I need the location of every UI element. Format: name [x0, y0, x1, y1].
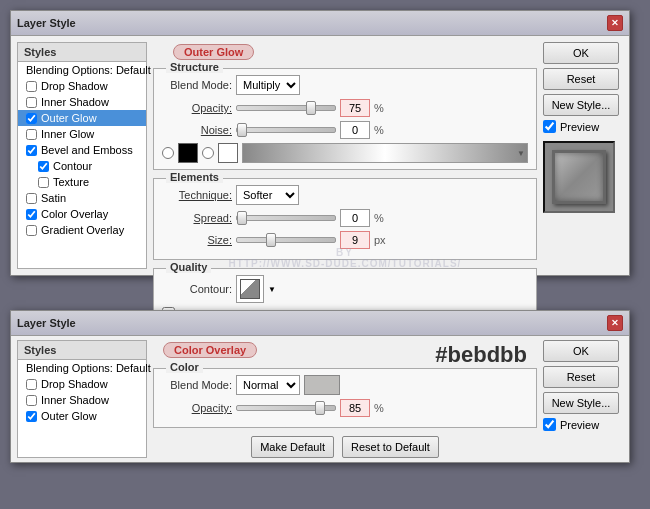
texture-checkbox[interactable]: [38, 177, 49, 188]
second-drop-shadow-checkbox[interactable]: [26, 379, 37, 390]
opacity-value[interactable]: 75: [340, 99, 370, 117]
reset-button[interactable]: Reset: [543, 68, 619, 90]
inner-glow-label: Inner Glow: [41, 128, 94, 140]
second-opacity-thumb[interactable]: [315, 401, 325, 415]
second-new-style-button[interactable]: New Style...: [543, 392, 619, 414]
sidebar-item-bevel-emboss[interactable]: Bevel and Emboss: [18, 142, 146, 158]
reset-to-default-button[interactable]: Reset to Default: [342, 436, 439, 458]
outer-glow-header-area: Outer Glow: [153, 42, 537, 56]
sidebar-item-gradient-overlay[interactable]: Gradient Overlay: [18, 222, 146, 238]
main-content-wrapper: Outer Glow Structure Blend Mode: Multipl…: [153, 42, 537, 269]
outer-glow-section-label: Outer Glow: [173, 44, 254, 60]
inner-glow-checkbox[interactable]: [26, 129, 37, 140]
second-dialog: Layer Style ✕ Styles Blending Options: D…: [10, 310, 630, 463]
contour-row: Contour: ▼: [162, 275, 528, 303]
blend-mode-field-label: Blend Mode:: [162, 79, 232, 91]
main-close-button[interactable]: ✕: [607, 15, 623, 31]
sidebar-item-texture[interactable]: Texture: [18, 174, 146, 190]
size-value[interactable]: 9: [340, 231, 370, 249]
gradient-overlay-checkbox[interactable]: [26, 225, 37, 236]
make-default-button[interactable]: Make Default: [251, 436, 334, 458]
second-right-panel: OK Reset New Style... Preview: [543, 340, 623, 458]
preview-checkbox[interactable]: [543, 120, 556, 133]
color-gradient-swatch[interactable]: ▼: [242, 143, 528, 163]
blend-mode-select[interactable]: Multiply Normal Screen: [236, 75, 300, 95]
blend-mode-row: Blend Mode: Multiply Normal Screen: [162, 75, 528, 95]
sidebar-item-outer-glow[interactable]: Outer Glow: [18, 110, 146, 126]
gradient-overlay-label: Gradient Overlay: [41, 224, 124, 236]
main-dialog-body: Styles Blending Options: Default Drop Sh…: [11, 36, 629, 275]
preview-row: Preview: [543, 120, 623, 133]
color-radio-fill[interactable]: [162, 147, 174, 159]
satin-checkbox[interactable]: [26, 193, 37, 204]
drop-shadow-checkbox[interactable]: [26, 81, 37, 92]
preview-box: [543, 141, 615, 213]
second-sidebar: Styles Blending Options: Default Drop Sh…: [17, 340, 147, 458]
size-slider[interactable]: [236, 237, 336, 243]
quality-label: Quality: [166, 261, 211, 273]
bevel-emboss-label: Bevel and Emboss: [41, 144, 133, 156]
second-drop-shadow-label: Drop Shadow: [41, 378, 108, 390]
bevel-emboss-checkbox[interactable]: [26, 145, 37, 156]
opacity-thumb[interactable]: [306, 101, 316, 115]
ok-button[interactable]: OK: [543, 42, 619, 64]
size-thumb[interactable]: [266, 233, 276, 247]
second-preview-row: Preview: [543, 418, 623, 431]
sidebar-item-drop-shadow[interactable]: Drop Shadow: [18, 78, 146, 94]
noise-field-label: Noise:: [162, 124, 232, 136]
second-sidebar-item-drop-shadow[interactable]: Drop Shadow: [18, 376, 146, 392]
second-content-wrapper: Color Overlay #bebdbb Color Blend Mode: …: [153, 340, 537, 458]
sidebar-item-inner-shadow[interactable]: Inner Shadow: [18, 94, 146, 110]
technique-select[interactable]: Softer Precise: [236, 185, 299, 205]
second-sidebar-item-inner-shadow[interactable]: Inner Shadow: [18, 392, 146, 408]
outer-glow-checkbox[interactable]: [26, 113, 37, 124]
second-sidebar-item-outer-glow[interactable]: Outer Glow: [18, 408, 146, 424]
elements-section: Elements Technique: Softer Precise Sprea…: [153, 178, 537, 260]
color-overlay-checkbox[interactable]: [26, 209, 37, 220]
noise-percent: %: [374, 124, 384, 136]
second-opacity-value[interactable]: 85: [340, 399, 370, 417]
size-row: Size: 9 px: [162, 231, 528, 249]
contour-swatch[interactable]: [236, 275, 264, 303]
sidebar-item-blending[interactable]: Blending Options: Default: [18, 62, 146, 78]
opacity-row: Opacity: 75 %: [162, 99, 528, 117]
sidebar-item-inner-glow[interactable]: Inner Glow: [18, 126, 146, 142]
structure-section: Structure Blend Mode: Multiply Normal Sc…: [153, 68, 537, 170]
opacity-slider[interactable]: [236, 105, 336, 111]
color-overlay-section-label: Color Overlay: [163, 342, 257, 358]
noise-slider[interactable]: [236, 127, 336, 133]
structure-label: Structure: [166, 61, 223, 73]
second-close-button[interactable]: ✕: [607, 315, 623, 331]
preview-inner: [552, 150, 606, 204]
second-structure-section: Color Blend Mode: Normal Multiply Opacit…: [153, 368, 537, 428]
second-inner-shadow-checkbox[interactable]: [26, 395, 37, 406]
sidebar-item-color-overlay[interactable]: Color Overlay: [18, 206, 146, 222]
color-radio-gradient[interactable]: [202, 147, 214, 159]
spread-value[interactable]: 0: [340, 209, 370, 227]
inner-shadow-checkbox[interactable]: [26, 97, 37, 108]
noise-thumb[interactable]: [237, 123, 247, 137]
second-reset-button[interactable]: Reset: [543, 366, 619, 388]
second-color-swatch[interactable]: [304, 375, 340, 395]
main-dialog: Layer Style ✕ Styles Blending Options: D…: [10, 10, 630, 276]
sidebar-item-contour[interactable]: Contour: [18, 158, 146, 174]
second-ok-button[interactable]: OK: [543, 340, 619, 362]
contour-checkbox[interactable]: [38, 161, 49, 172]
noise-value[interactable]: 0: [340, 121, 370, 139]
second-opacity-row: Opacity: 85 %: [162, 399, 528, 417]
sidebar-item-satin[interactable]: Satin: [18, 190, 146, 206]
new-style-button[interactable]: New Style...: [543, 94, 619, 116]
second-preview-checkbox[interactable]: [543, 418, 556, 431]
second-blend-mode-select[interactable]: Normal Multiply: [236, 375, 300, 395]
dropdown-arrow-contour: ▼: [268, 285, 276, 294]
spread-thumb[interactable]: [237, 211, 247, 225]
color-swatch-black[interactable]: [178, 143, 198, 163]
contour-label: Contour: [53, 160, 92, 172]
second-opacity-slider[interactable]: [236, 405, 336, 411]
second-inner-shadow-label: Inner Shadow: [41, 394, 109, 406]
second-sidebar-item-blending[interactable]: Blending Options: Default: [18, 360, 146, 376]
spread-slider[interactable]: [236, 215, 336, 221]
second-blend-mode-label: Blend Mode:: [162, 379, 232, 391]
second-outer-glow-checkbox[interactable]: [26, 411, 37, 422]
opacity-percent: %: [374, 102, 384, 114]
